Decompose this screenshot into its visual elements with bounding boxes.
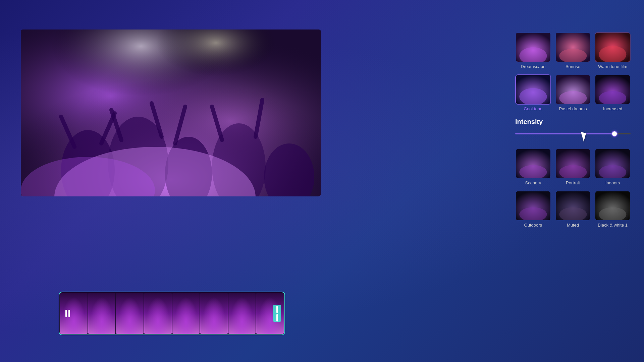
- filter-item-blackwhite1[interactable]: Black & white 1: [595, 191, 631, 228]
- video-content: [21, 29, 321, 196]
- timeline-frame: [60, 293, 88, 334]
- filter-label-pasteldreams: Pastel dreams: [555, 106, 591, 111]
- filter-thumbnail-outdoors: [515, 191, 551, 221]
- filter-label-portrait: Portrait: [555, 180, 591, 185]
- filter-thumbnail-scenery: [515, 148, 551, 179]
- filter-thumbnail-blackwhite1: [595, 191, 631, 221]
- filter-label-muted: Muted: [555, 223, 591, 228]
- filter-thumbnail-indoors: [595, 148, 631, 179]
- mouse-cursor: [579, 132, 586, 141]
- filter-item-scenery[interactable]: Scenery: [515, 148, 551, 185]
- timeline-frame: [200, 293, 228, 334]
- filter-preview-pasteldreams: [556, 75, 590, 104]
- filter-label-dreamscape: Dreamscape: [515, 64, 551, 69]
- filter-preview-warmtone: [595, 33, 630, 62]
- filter-item-pasteldreams[interactable]: Pastel dreams: [555, 74, 591, 111]
- filter-label-indoors: Indoors: [595, 180, 631, 185]
- intensity-title: Intensity: [515, 118, 631, 126]
- video-preview: [21, 29, 321, 196]
- timeline-right-handle[interactable]: [273, 305, 281, 322]
- filter-label-blackwhite1: Black & white 1: [595, 223, 631, 228]
- filter-preview-dreamscape: [516, 33, 550, 62]
- pause-button[interactable]: [65, 310, 70, 317]
- filter-thumbnail-muted: [555, 191, 591, 221]
- filter-thumbnail-sunrise: [555, 32, 591, 62]
- filter-preview-blackwhite1: [595, 191, 630, 220]
- timeline-frame: [88, 293, 116, 334]
- filter-item-cooltone[interactable]: Cool tone: [515, 74, 551, 111]
- filter-preview-cooltone: [516, 75, 550, 104]
- filter-label-increased: Increased: [595, 106, 631, 111]
- filter-item-warmtone[interactable]: Warm tone film: [595, 32, 631, 69]
- filter-item-muted[interactable]: Muted: [555, 191, 591, 228]
- filter-grid-row4: Outdoors Mute: [513, 188, 633, 230]
- filter-preview-portrait: [556, 149, 590, 178]
- handle-bar-left: [276, 306, 278, 313]
- filter-grid-row1: Dreamscape Su: [513, 29, 633, 72]
- pause-bar-right: [68, 310, 70, 317]
- timeline-frames: [59, 292, 284, 335]
- filter-label-cooltone: Cool tone: [515, 106, 551, 111]
- filter-thumbnail-portrait: [555, 148, 591, 179]
- timeline-strip: [59, 292, 285, 335]
- filter-item-portrait[interactable]: Portrait: [555, 148, 591, 185]
- handle-bar-right: [276, 314, 278, 321]
- filter-preview-muted: [556, 191, 590, 220]
- filter-thumbnail-pasteldreams: [555, 74, 591, 105]
- filter-thumbnail-increased: [595, 74, 631, 105]
- timeline-frame: [228, 293, 256, 334]
- filter-item-indoors[interactable]: Indoors: [595, 148, 631, 185]
- filter-item-sunrise[interactable]: Sunrise: [555, 32, 591, 69]
- timeline-frame: [116, 293, 144, 334]
- filter-label-scenery: Scenery: [515, 180, 551, 185]
- filter-preview-outdoors: [516, 191, 550, 220]
- filter-item-dreamscape[interactable]: Dreamscape: [515, 32, 551, 69]
- filter-preview-sunrise: [556, 33, 590, 62]
- filter-preview-increased: [595, 75, 630, 104]
- filter-thumbnail-warmtone: [595, 32, 631, 62]
- timeline-frame: [144, 293, 172, 334]
- filter-thumbnail-dreamscape: [515, 32, 551, 62]
- pause-bar-left: [65, 310, 67, 317]
- filter-grid-row2: Cool tone Pas: [513, 72, 633, 114]
- timeline-frame: [172, 293, 200, 334]
- filter-preview-indoors: [595, 149, 630, 178]
- filter-item-outdoors[interactable]: Outdoors: [515, 191, 551, 228]
- filter-item-increased[interactable]: Increased: [595, 74, 631, 111]
- filter-label-sunrise: Sunrise: [555, 64, 591, 69]
- filter-grid-row3: Scenery Portr: [513, 146, 633, 188]
- right-panel: Dreamscape Su: [513, 29, 633, 335]
- filter-preview-scenery: [516, 149, 550, 178]
- filter-label-outdoors: Outdoors: [515, 223, 551, 228]
- filter-label-warmtone: Warm tone film: [595, 64, 631, 69]
- filter-thumbnail-cooltone: [515, 74, 551, 105]
